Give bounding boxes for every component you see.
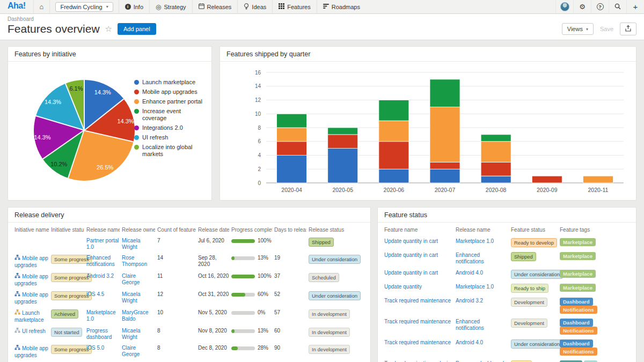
release-owner-cell: MaryGrace Baldo bbox=[122, 309, 155, 322]
nav-item-ideas[interactable]: Ideas bbox=[237, 0, 272, 13]
dashboard-content: Features by initiative 14.3%14.3%26.5%10… bbox=[0, 40, 644, 362]
export-button[interactable] bbox=[620, 23, 636, 35]
release-status-badge: In development bbox=[309, 345, 350, 354]
release-link[interactable]: Marketplace 1.0 bbox=[86, 309, 115, 322]
progress-fill bbox=[231, 346, 238, 350]
owner-link[interactable]: MaryGrace Baldo bbox=[122, 309, 148, 322]
save-button[interactable]: Save bbox=[600, 26, 613, 32]
release-link[interactable]: Marketplace 1.0 bbox=[456, 238, 494, 244]
release-link[interactable]: iOS 5.0 bbox=[86, 345, 104, 351]
release-date: Jul 6, 2020 bbox=[198, 238, 229, 244]
release-link[interactable]: Enhanced notifications bbox=[456, 252, 484, 264]
nav-item-releases[interactable]: Releases bbox=[192, 0, 238, 13]
initiative-status-badge: Some progress bbox=[51, 345, 92, 354]
legend-label: Mobile app upgrades bbox=[142, 88, 197, 95]
breadcrumb[interactable]: Dashboard bbox=[8, 16, 636, 22]
svg-text:10: 10 bbox=[255, 111, 261, 117]
nav-right-icons: ⚙ ? + bbox=[555, 0, 644, 13]
progress-fill bbox=[231, 275, 255, 278]
page-title: Features overview bbox=[8, 23, 100, 35]
pie-slice-label: 14.3% bbox=[34, 134, 50, 141]
nav-item-strategy[interactable]: ◎ Strategy bbox=[149, 0, 192, 13]
panel-release-delivery: Release delivery Initiative nameInitiati… bbox=[8, 207, 371, 362]
release-link[interactable]: Android 4.0 bbox=[456, 270, 483, 276]
feature-status-badge: Shipped bbox=[511, 252, 536, 261]
panel-title: Release delivery bbox=[8, 208, 370, 223]
feature-link[interactable]: Track required maintenance bbox=[384, 298, 451, 304]
release-link[interactable]: Enhanced notifications bbox=[86, 255, 115, 267]
views-button[interactable]: Views ▾ bbox=[562, 23, 594, 35]
workspace-selector[interactable]: Fredwin Cycling ▾ bbox=[55, 2, 113, 12]
user-menu-button[interactable] bbox=[555, 0, 573, 13]
bar-segment bbox=[430, 79, 460, 107]
release-link[interactable]: Enhanced notifications bbox=[456, 319, 484, 331]
chevron-down-icon: ▾ bbox=[106, 4, 108, 9]
feature-status-badge: Ready to develop bbox=[511, 238, 557, 247]
release-link[interactable]: iOS 4.5 bbox=[86, 291, 104, 297]
release-link[interactable]: Partner portal 1.0 bbox=[86, 238, 119, 250]
favorite-star-icon[interactable]: ☆ bbox=[105, 24, 112, 34]
owner-link[interactable]: Micaela Wright bbox=[122, 291, 140, 304]
nav-item-roadmaps[interactable]: Roadmaps bbox=[317, 0, 366, 13]
feature-tag: Marketplace bbox=[560, 252, 596, 260]
add-button[interactable]: + bbox=[626, 0, 644, 13]
nav-item-features[interactable]: Features bbox=[272, 0, 316, 13]
feature-link[interactable]: Update quantity bbox=[384, 284, 422, 290]
owner-link[interactable]: Micaela Wright bbox=[122, 328, 140, 340]
initiative-cell: Mobile app upgrades bbox=[14, 291, 49, 305]
bar-segment bbox=[430, 162, 460, 169]
feature-status-badge: Development bbox=[511, 319, 547, 328]
legend-dot bbox=[134, 99, 139, 104]
feature-link[interactable]: Track required maintenance bbox=[384, 319, 451, 324]
svg-text:6: 6 bbox=[258, 138, 261, 144]
release-link[interactable]: Android 4.0 bbox=[456, 339, 483, 345]
column-header: Release owner bbox=[122, 227, 155, 233]
pie-slice-label: 10.2% bbox=[50, 161, 67, 167]
home-button[interactable]: ⌂ bbox=[33, 0, 50, 13]
bar-segment bbox=[379, 142, 409, 169]
feature-status-cell: Under consideration bbox=[511, 339, 558, 349]
owner-link[interactable]: Micaela Wright bbox=[122, 238, 140, 250]
help-button[interactable]: ? bbox=[591, 0, 609, 13]
search-button[interactable] bbox=[609, 0, 626, 13]
release-link[interactable]: Android 3.2 bbox=[456, 298, 483, 304]
release-link[interactable]: Android 3.2 bbox=[86, 273, 114, 279]
add-panel-button[interactable]: Add panel bbox=[118, 23, 156, 35]
legend-label: Enhance partner portal bbox=[142, 98, 202, 105]
initiative-icon bbox=[14, 309, 20, 317]
bar-chart: 02468101214162020-042020-052020-062020-0… bbox=[220, 62, 636, 201]
feature-link[interactable]: Update quantity in cart bbox=[384, 252, 438, 258]
feature-link[interactable]: Track required maintenance bbox=[384, 339, 451, 345]
table-row: Launch marketplaceAchievedMarketplace 1.… bbox=[14, 307, 364, 326]
table-row: Mobile app upgradesSome progressiOS 4.5M… bbox=[14, 289, 364, 307]
owner-link[interactable]: Claire George bbox=[122, 345, 140, 357]
legend-dot bbox=[134, 125, 139, 130]
feature-status-badge: Under consideration bbox=[511, 270, 563, 279]
initiative-link[interactable]: UI refresh bbox=[22, 328, 46, 334]
aha-logo[interactable]: Aha! bbox=[0, 0, 33, 13]
settings-button[interactable]: ⚙ bbox=[573, 0, 591, 13]
feature-link[interactable]: Update quantity in cart bbox=[384, 238, 438, 244]
legend-label: Increase event coverage bbox=[142, 108, 206, 122]
column-header: Initiative status bbox=[51, 227, 84, 233]
initiative-cell: Mobile app upgrades bbox=[14, 273, 49, 287]
legend-dot bbox=[134, 109, 139, 114]
pie-slice-label: 6.1% bbox=[69, 85, 83, 92]
release-link[interactable]: Progress dashboard bbox=[86, 328, 112, 340]
pie-slice-label: 26.5% bbox=[97, 164, 113, 171]
page-header: Dashboard Features overview ☆ Add panel … bbox=[0, 14, 644, 40]
feature-link[interactable]: Update quantity in cart bbox=[384, 270, 438, 276]
bar-segment bbox=[481, 176, 511, 183]
progress-bar bbox=[231, 275, 255, 278]
release-link[interactable]: Marketplace 1.0 bbox=[456, 284, 494, 290]
home-icon: ⌂ bbox=[40, 3, 44, 10]
owner-link[interactable]: Rose Thompson bbox=[122, 255, 147, 267]
progress-bar bbox=[231, 311, 255, 315]
initiative-icon bbox=[14, 255, 20, 262]
initiative-cell: UI refresh bbox=[14, 328, 49, 335]
feature-tag: Dashboard bbox=[560, 298, 593, 306]
feature-count: 8 bbox=[157, 328, 196, 334]
initiative-status-badge: Some progress bbox=[51, 255, 92, 264]
nav-item-info[interactable]: i Info bbox=[119, 0, 149, 13]
owner-link[interactable]: Claire George bbox=[122, 273, 140, 285]
